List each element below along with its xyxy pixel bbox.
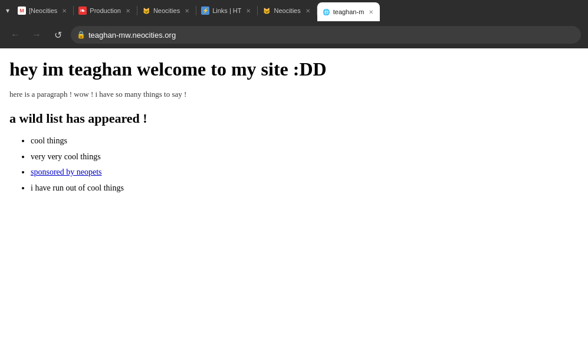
- page-heading: hey im teaghan welcome to my site :DD: [9, 58, 579, 80]
- neocities1-favicon: 🐱: [142, 6, 150, 15]
- tab-links-close[interactable]: ✕: [244, 6, 252, 15]
- tab-production[interactable]: ❧ Production ✕: [74, 2, 137, 19]
- tab-neocities2[interactable]: 🐱 Neocities ✕: [258, 2, 316, 19]
- omnibar-row: ← → ↺ 🔒: [0, 21, 588, 48]
- neocities2-favicon: 🐱: [262, 6, 271, 15]
- tab-links[interactable]: ⚡ Links | HT ✕: [196, 2, 257, 19]
- tab-links-title: Links | HT: [212, 7, 241, 14]
- browser-chrome: ▾ M [Neocities ✕ ❧ Production ✕ 🐱 Neocit…: [0, 0, 588, 48]
- tab-bar: ▾ M [Neocities ✕ ❧ Production ✕ 🐱 Neocit…: [0, 0, 588, 21]
- tab-production-title: Production: [90, 7, 121, 14]
- tab-gmail-title: [Neocities: [29, 7, 57, 14]
- list-item: i have run out of cool things: [31, 182, 579, 195]
- reload-button[interactable]: ↺: [50, 27, 66, 43]
- production-favicon: ❧: [78, 6, 87, 15]
- page-subheading: a wild list has appeared !: [9, 111, 579, 126]
- tab-teaghan-close[interactable]: ✕: [367, 8, 375, 16]
- page-paragraph: here is a paragraph ! wow ! i have so ma…: [9, 90, 579, 99]
- back-button[interactable]: ←: [7, 27, 24, 43]
- page-list: cool things very very cool things sponso…: [9, 135, 579, 195]
- list-item-text: i have run out of cool things: [31, 183, 124, 192]
- tab-dropdown-button[interactable]: ▾: [2, 2, 13, 19]
- tab-neocities2-title: Neocities: [274, 7, 300, 14]
- list-item-text: very very cool things: [31, 152, 101, 161]
- tab-gmail-close[interactable]: ✕: [60, 6, 68, 15]
- list-item-text: cool things: [31, 136, 67, 145]
- gmail-favicon: M: [18, 6, 26, 15]
- sponsored-link[interactable]: sponsored by neopets: [31, 168, 102, 176]
- tab-neocities2-close[interactable]: ✕: [304, 6, 312, 15]
- teaghan-favicon: 🌐: [322, 8, 330, 16]
- tab-neocities1[interactable]: 🐱 Neocities ✕: [137, 2, 196, 19]
- omnibar-input[interactable]: [71, 26, 581, 44]
- links-favicon: ⚡: [201, 6, 209, 15]
- tab-teaghan-title: teaghan-m: [333, 8, 364, 15]
- omnibar-wrapper: 🔒: [71, 26, 581, 44]
- tab-neocities1-close[interactable]: ✕: [183, 6, 191, 15]
- page-content: hey im teaghan welcome to my site :DD he…: [0, 48, 588, 343]
- list-item: cool things: [31, 135, 579, 147]
- omnibar-lock-icon: 🔒: [77, 31, 86, 39]
- tab-neocities1-title: Neocities: [153, 7, 180, 14]
- tab-gmail[interactable]: M [Neocities ✕: [13, 2, 73, 19]
- tab-teaghan[interactable]: 🌐 teaghan-m ✕: [317, 2, 380, 21]
- tab-production-close[interactable]: ✕: [124, 6, 132, 15]
- list-item: sponsored by neopets: [31, 166, 579, 179]
- forward-button[interactable]: →: [28, 27, 45, 43]
- list-item: very very cool things: [31, 150, 579, 163]
